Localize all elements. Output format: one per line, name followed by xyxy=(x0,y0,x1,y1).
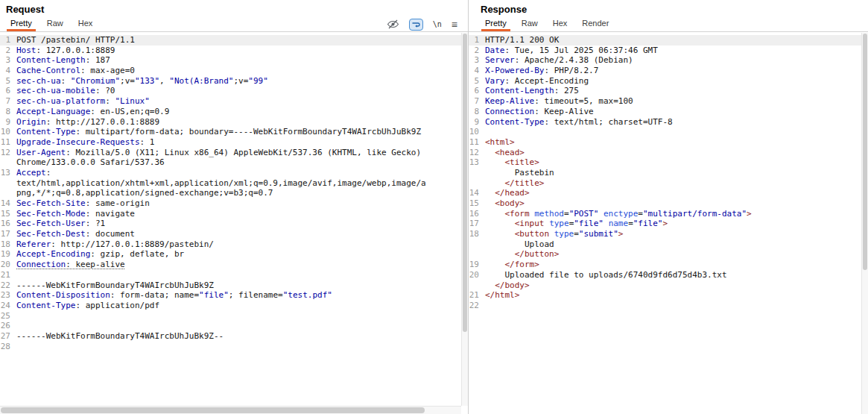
code-segment: : ?1 xyxy=(86,219,106,228)
code-line-5: 5sec-ch-ua: "Chromium";v="133", "Not(A:B… xyxy=(0,76,461,87)
tab-render[interactable]: Render xyxy=(574,16,616,31)
code-segment: : Keep-Alive xyxy=(534,107,593,116)
line-number xyxy=(469,239,485,250)
code-line-22: 22 xyxy=(469,301,861,311)
code-line-24: 24Content-Type: application/pdf xyxy=(0,301,461,311)
code-segment: HTTP/1.1 200 OK xyxy=(485,35,559,45)
code-line-26: 26 xyxy=(0,321,461,331)
code-line-16: 16 <form method="POST" enctype="multipar… xyxy=(469,209,861,219)
code-segment: type xyxy=(554,229,574,239)
code-segment: Server xyxy=(485,55,515,65)
tab-pretty[interactable]: Pretty xyxy=(3,16,39,31)
tab-pretty[interactable]: Pretty xyxy=(478,16,514,31)
request-vertical-scrollbar-thumb[interactable] xyxy=(463,34,467,332)
line-number xyxy=(469,280,485,291)
code-segment: > xyxy=(618,229,624,239)
code-segment: <title> xyxy=(505,157,539,167)
code-segment: > xyxy=(663,219,668,228)
line-number: 17 xyxy=(469,219,485,229)
code-segment: Content-Length xyxy=(485,86,554,95)
code-segment: "133" xyxy=(135,76,159,86)
show-newlines-icon[interactable]: \n xyxy=(433,20,442,28)
request-panel-title: Request xyxy=(0,0,468,16)
tab-hex[interactable]: Hex xyxy=(545,16,575,31)
code-segment: "file" xyxy=(633,219,663,228)
request-editor[interactable]: 1POST /pastebin/ HTTP/1.12Host: 127.0.0.… xyxy=(0,33,461,406)
code-segment: Accept-Language xyxy=(16,107,90,116)
code-text: Accept-Encoding: gzip, deflate, br xyxy=(16,249,184,260)
code-segment: Upload xyxy=(485,239,554,249)
soft-wrap-icon[interactable] xyxy=(409,19,423,31)
code-text: User-Agent: Mozilla/5.0 (X11; Linux x86_… xyxy=(16,148,421,158)
code-line-21: 21 xyxy=(0,270,461,280)
response-vertical-scrollbar-thumb[interactable] xyxy=(863,34,867,270)
code-text: Date: Tue, 15 Jul 2025 06:37:46 GMT xyxy=(485,46,658,56)
tab-raw[interactable]: Raw xyxy=(39,16,71,31)
code-segment: POST /pastebin/ HTTP/1.1 xyxy=(16,35,135,45)
menu-icon[interactable]: ≡ xyxy=(452,19,457,30)
code-segment: Sec-Fetch-Mode xyxy=(16,209,86,219)
line-number: 5 xyxy=(0,76,16,87)
code-line-22: 22------WebKitFormBoundaryT4WAIrcbUhJuBk… xyxy=(0,280,461,291)
code-line-5: 5Vary: Accept-Encoding xyxy=(469,76,861,87)
code-text: ------WebKitFormBoundaryT4WAIrcbUhJuBk9Z xyxy=(16,280,214,291)
code-text: </button> xyxy=(485,249,559,260)
code-segment: Pastebin xyxy=(485,168,554,178)
code-segment: : en-US,en;q=0.9 xyxy=(90,107,169,116)
code-line-14: 14Sec-Fetch-Site: same-origin xyxy=(0,198,461,209)
code-text: <button type="submit"> xyxy=(485,229,623,239)
code-segment: : 1 xyxy=(140,137,155,147)
code-line-7: 7Keep-Alive: timeout=5, max=100 xyxy=(469,96,861,107)
line-number: 7 xyxy=(469,96,485,107)
code-text: Host: 127.0.0.1:8889 xyxy=(16,46,115,56)
code-segment: : max-age=0 xyxy=(80,66,135,75)
code-line-27: 27------WebKitFormBoundaryT4WAIrcbUhJuBk… xyxy=(0,331,461,342)
code-segment: </form> xyxy=(505,260,539,269)
code-line-wrap: </title> xyxy=(469,178,861,189)
code-segment: ; filename= xyxy=(229,290,283,300)
code-line-20: 20Connection: keep-alive xyxy=(0,260,461,270)
code-text: Pastebin xyxy=(485,168,554,178)
code-line-wrap: </button> xyxy=(469,249,861,260)
tab-hex[interactable]: Hex xyxy=(71,16,101,31)
tab-raw[interactable]: Raw xyxy=(514,16,545,31)
response-vertical-scrollbar[interactable] xyxy=(861,33,868,414)
response-editor[interactable]: 1HTTP/1.1 200 OK2Date: Tue, 15 Jul 2025 … xyxy=(469,33,861,414)
code-line-12: 12 <head> xyxy=(469,148,861,158)
line-number xyxy=(469,168,485,178)
line-number: 12 xyxy=(0,148,16,158)
code-line-21: 21</html> xyxy=(469,290,861,301)
request-horizontal-scrollbar-thumb[interactable] xyxy=(1,407,425,413)
hide-items-eye-slash-icon[interactable] xyxy=(387,19,399,30)
code-text: HTTP/1.1 200 OK xyxy=(485,35,559,46)
code-line-15: 15Sec-Fetch-Mode: navigate xyxy=(0,209,461,219)
code-segment xyxy=(549,229,554,239)
code-text: </body> xyxy=(485,280,530,291)
code-segment: > xyxy=(747,209,752,219)
code-segment: User-Agent xyxy=(16,148,66,157)
line-number: 6 xyxy=(0,86,16,96)
code-line-wrap: Pastebin xyxy=(469,168,861,178)
request-horizontal-scrollbar[interactable] xyxy=(0,406,461,414)
code-segment: : http://127.0.0.1:8889 xyxy=(46,117,159,127)
code-line-10: 10 xyxy=(469,127,861,137)
code-segment: Sec-Fetch-Site xyxy=(16,198,86,208)
code-text: Vary: Accept-Encoding xyxy=(485,76,589,87)
code-text: Content-Length: 275 xyxy=(485,86,579,96)
code-text: <head> xyxy=(485,148,525,158)
request-vertical-scrollbar[interactable] xyxy=(461,33,468,406)
code-text: </form> xyxy=(485,260,539,270)
code-segment: enctype xyxy=(604,209,638,219)
code-line-11: 11<html> xyxy=(469,137,861,148)
code-text: <body> xyxy=(485,198,525,209)
code-segment: <body> xyxy=(495,198,525,208)
code-segment: : same-origin xyxy=(86,198,150,208)
code-text: sec-ch-ua-mobile: ?0 xyxy=(16,86,115,96)
code-line-10: 10Content-Type: multipart/form-data; bou… xyxy=(0,127,461,137)
code-segment: : xyxy=(105,96,115,106)
code-segment: = xyxy=(564,209,569,219)
code-segment xyxy=(485,178,505,188)
code-segment: : 127.0.0.1:8889 xyxy=(37,46,115,55)
code-segment: = xyxy=(638,209,643,219)
code-line-18: 18 <button type="submit"> xyxy=(469,229,861,239)
